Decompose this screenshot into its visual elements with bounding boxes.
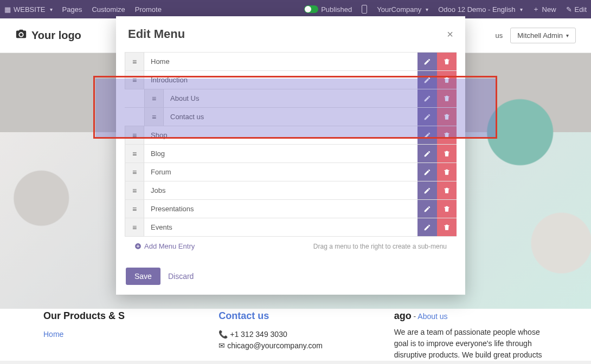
edit-item-button[interactable] — [417, 53, 437, 70]
edit-item-button[interactable] — [417, 200, 437, 218]
discard-button[interactable]: Discard — [168, 272, 194, 281]
menu-row: ≡Events — [125, 218, 457, 237]
delete-item-button[interactable] — [437, 163, 457, 181]
delete-item-button[interactable] — [437, 126, 457, 144]
menu-item-label: Contact us — [164, 108, 417, 126]
menu-row: ≡Home — [125, 53, 457, 71]
footer-columns: Our Products & S Home Contact us 📞 +1 31… — [0, 309, 591, 361]
drag-handle[interactable]: ≡ — [125, 181, 144, 199]
hamburger-icon: ≡ — [132, 205, 137, 213]
edit-item-button[interactable] — [417, 218, 437, 236]
drag-hint: Drag a menu to the right to create a sub… — [313, 243, 447, 250]
edit-item-button[interactable] — [417, 181, 437, 199]
admin-bar: ▦WEBSITE Pages Customize Promote Publish… — [0, 0, 591, 18]
menu-item-label: Shop — [144, 126, 417, 144]
mobile-preview[interactable] — [362, 5, 367, 14]
hamburger-icon: ≡ — [152, 94, 156, 103]
delete-item-button[interactable] — [437, 145, 457, 162]
delete-item-button[interactable] — [437, 53, 457, 70]
delete-item-button[interactable] — [437, 108, 457, 126]
hamburger-icon: ≡ — [132, 186, 137, 195]
hamburger-icon: ≡ — [132, 131, 137, 140]
menu-list: ≡Home≡Introduction≡About Us≡Contact us≡S… — [125, 52, 457, 237]
company-switch[interactable]: YourCompany — [377, 5, 428, 14]
menu-row: ≡Blog — [125, 145, 457, 163]
col-about: ago - About us We are a team of passiona… — [394, 309, 548, 361]
drag-handle[interactable]: ≡ — [125, 53, 144, 70]
menu-row: ≡About Us — [125, 89, 457, 108]
menu-item-label: Blog — [144, 145, 417, 162]
promote-link[interactable]: Promote — [135, 5, 162, 14]
hamburger-icon: ≡ — [132, 223, 137, 232]
user-menu[interactable]: Mitchell Admin — [510, 28, 576, 43]
publish-toggle[interactable]: Published — [304, 5, 352, 14]
hamburger-icon: ≡ — [132, 76, 137, 84]
add-menu-entry[interactable]: Add Menu Entry — [134, 242, 195, 250]
customize-link[interactable]: Customize — [92, 5, 125, 14]
about-heading-frag: ago — [394, 310, 412, 321]
pages-link[interactable]: Pages — [62, 5, 82, 14]
nav-fragment: us — [495, 31, 503, 40]
drag-handle[interactable]: ≡ — [144, 89, 164, 107]
menu-item-label: Events — [144, 218, 417, 236]
camera-icon — [15, 28, 27, 43]
drag-handle[interactable]: ≡ — [125, 71, 144, 89]
about-body: We are a team of passionate people whose… — [394, 327, 548, 361]
menu-item-label: About Us — [164, 89, 417, 107]
hamburger-icon: ≡ — [132, 150, 137, 158]
drag-handle[interactable]: ≡ — [144, 108, 164, 126]
contact-us-link[interactable]: Contact us — [219, 310, 269, 321]
edit-item-button[interactable] — [417, 108, 437, 126]
hamburger-icon: ≡ — [132, 168, 137, 177]
drag-handle[interactable]: ≡ — [125, 126, 144, 144]
col-contact: Contact us 📞 +1 312 349 3030 ✉ chicago@y… — [219, 309, 372, 361]
modal-title: Edit Menu — [128, 27, 185, 41]
drag-handle[interactable]: ≡ — [125, 145, 144, 162]
delete-item-button[interactable] — [437, 71, 457, 89]
menu-item-label: Presentations — [144, 200, 417, 218]
save-button[interactable]: Save — [126, 268, 160, 285]
demo-switch[interactable]: Odoo 12 Demo - English — [438, 5, 522, 14]
drag-handle[interactable]: ≡ — [125, 163, 144, 181]
site-logo[interactable]: Your logo — [15, 28, 81, 43]
menu-row: ≡Forum — [125, 163, 457, 181]
delete-item-button[interactable] — [437, 181, 457, 199]
contact-email: ✉ chicago@yourcompany.com — [219, 340, 372, 352]
menu-item-label: Forum — [144, 163, 417, 181]
modal-close-button[interactable]: × — [447, 28, 453, 41]
contact-phone: 📞 +1 312 349 3030 — [219, 329, 372, 340]
delete-item-button[interactable] — [437, 200, 457, 218]
delete-item-button[interactable] — [437, 89, 457, 107]
edit-item-button[interactable] — [417, 126, 437, 144]
menu-item-label: Introduction — [144, 71, 417, 89]
home-link[interactable]: Home — [43, 330, 63, 339]
hamburger-icon: ≡ — [152, 113, 156, 121]
new-button[interactable]: ＋New — [532, 4, 556, 14]
menu-row: ≡Introduction — [125, 71, 457, 89]
delete-item-button[interactable] — [437, 218, 457, 236]
edit-item-button[interactable] — [417, 145, 437, 162]
menu-item-label: Home — [144, 53, 417, 70]
edit-item-button[interactable] — [417, 71, 437, 89]
menu-row: ≡Jobs — [125, 181, 457, 200]
menu-item-label: Jobs — [144, 181, 417, 199]
drag-handle[interactable]: ≡ — [125, 200, 144, 218]
menu-row: ≡Shop — [125, 126, 457, 145]
edit-item-button[interactable] — [417, 163, 437, 181]
about-us-link[interactable]: About us — [417, 312, 447, 321]
edit-item-button[interactable] — [417, 89, 437, 107]
edit-menu-modal: Edit Menu × ≡Home≡Introduction≡About Us≡… — [116, 16, 465, 295]
hamburger-icon: ≡ — [132, 57, 137, 66]
drag-handle[interactable]: ≡ — [125, 218, 144, 236]
edit-button[interactable]: ✎Edit — [566, 5, 587, 14]
products-heading: Our Products & S — [43, 309, 197, 323]
col-products: Our Products & S Home — [43, 309, 197, 361]
menu-row: ≡Contact us — [125, 108, 457, 126]
website-menu[interactable]: ▦WEBSITE — [4, 5, 53, 14]
menu-row: ≡Presentations — [125, 200, 457, 218]
plus-circle-icon — [134, 243, 142, 250]
